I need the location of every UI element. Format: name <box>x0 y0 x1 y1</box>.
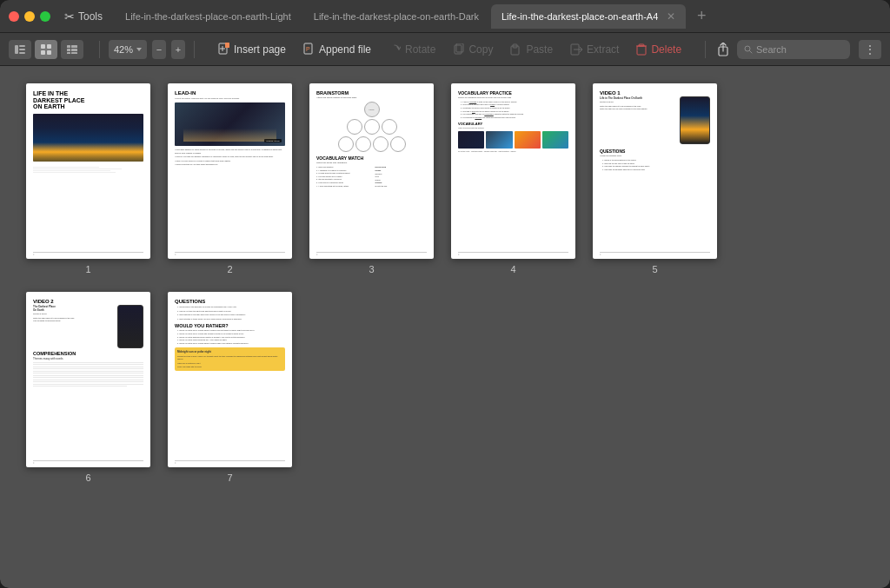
rotate-label: Rotate <box>405 43 435 56</box>
tab-light-label: Life-in-the-darkest-place-on-earth-Light <box>125 11 291 22</box>
insert-page-button[interactable]: Insert page <box>218 43 286 56</box>
titlebar: ✂ Tools Life-in-the-darkest-place-on-ear… <box>0 0 890 33</box>
p2-image: Svalbard, Norway <box>175 102 285 146</box>
page-row-1: LIFE IN THEDARKEST PLACEON EARTH © 1 <box>26 83 864 274</box>
page-number-7: 7 <box>227 472 232 483</box>
main-toolbar: 42% − + Insert page P Append file Rotate <box>0 33 890 66</box>
zoom-in-button[interactable]: + <box>171 40 185 59</box>
tab-dark[interactable]: Life-in-the-darkest-place-on-earth-Dark <box>303 4 489 29</box>
page-thumb-4[interactable]: VOCABULARY PRACTICE Replace the highligh… <box>451 83 575 259</box>
p7-q3: 3. What elements in the video were most … <box>175 314 285 317</box>
extract-button[interactable]: Extract <box>570 43 619 56</box>
delete-button[interactable]: Delete <box>636 43 681 56</box>
p5-phone-image <box>680 96 710 144</box>
p5-video-heading: VIDEO 1 <box>600 90 710 96</box>
page-thumb-7[interactable]: QUESTIONS 1. Would living in total darkn… <box>168 292 292 467</box>
more-options-button[interactable]: ⋮ <box>859 40 881 59</box>
zoom-percentage: 42% <box>114 44 133 55</box>
svg-rect-28 <box>639 44 644 46</box>
page-thumb-5[interactable]: VIDEO 1 Life in The Darkest Place On Ear… <box>593 83 717 259</box>
tools-menu[interactable]: ✂ Tools <box>64 10 103 23</box>
paste-label: Paste <box>526 43 553 56</box>
p6-footer: © <box>33 460 143 464</box>
search-placeholder-text: Search <box>756 44 787 55</box>
p5-questions-heading: QUESTIONS <box>600 149 710 154</box>
minimize-button[interactable] <box>24 11 35 22</box>
svg-rect-5 <box>47 44 51 49</box>
grid-view-button[interactable] <box>35 40 57 59</box>
p2-heading: LEAD-IN <box>175 90 285 96</box>
svg-rect-7 <box>47 50 51 55</box>
copy-button[interactable]: Copy <box>453 43 493 56</box>
tab-a4[interactable]: Life-in-the-darkest-place-on-earth-A4 ✕ <box>491 4 686 29</box>
tab-light[interactable]: Life-in-the-darkest-place-on-earth-Light <box>115 4 302 29</box>
p5-footer: © <box>600 252 710 255</box>
p7-wyr-heading: WOULD YOU RATHER? <box>175 323 285 328</box>
p2-questions: How night appears to cause stress for th… <box>175 149 285 167</box>
p1-footer: © <box>33 252 143 255</box>
new-tab-button[interactable]: + <box>691 6 712 27</box>
svg-rect-10 <box>67 49 70 51</box>
p5-q4: 4. How does the darkness affect life in … <box>600 168 710 172</box>
list-view-button[interactable] <box>61 40 83 59</box>
page-thumb-1[interactable]: LIFE IN THEDARKEST PLACEON EARTH © <box>26 83 150 259</box>
p4-vocab-sub: Match the words with the pictures <box>458 127 568 129</box>
page-thumb-3[interactable]: BRAINSTORM Attach the words related to t… <box>309 83 434 259</box>
p4-vocab-heading: VOCABULARY <box>458 122 568 126</box>
page-number-4: 4 <box>510 264 515 274</box>
append-file-button[interactable]: P Append file <box>303 43 371 56</box>
page-thumb-6[interactable]: VIDEO 2 The Darkest PlaceOn Earth Durati… <box>26 292 150 467</box>
p7-discussion-card: Midnight sun or polar night Discuss this… <box>175 347 285 371</box>
sidebar-toggle-button[interactable] <box>9 40 31 59</box>
view-controls <box>9 40 83 59</box>
svg-rect-9 <box>71 45 77 48</box>
svg-rect-3 <box>19 52 25 54</box>
p3-heading: BRAINSTORM <box>316 90 427 96</box>
page-number-3: 3 <box>369 264 374 274</box>
tools-label: Tools <box>78 10 103 23</box>
vocab-match-sub: Match the words and definitions <box>316 162 427 164</box>
p7-q4: 4. What activities or things would you e… <box>175 318 285 321</box>
p6-comprehension-heading: COMPREHENSION <box>33 351 143 356</box>
svg-rect-1 <box>19 45 25 47</box>
rotate-button[interactable]: Rotate <box>389 43 435 56</box>
p1-image <box>33 114 143 162</box>
fullscreen-button[interactable] <box>40 11 50 22</box>
share-button[interactable] <box>714 41 732 58</box>
page-item-2: LEAD-IN Look at the picture. Describe wh… <box>168 83 292 274</box>
separator-1 <box>99 41 100 58</box>
tab-dark-label: Life-in-the-darkest-place-on-earth-Dark <box>314 11 479 22</box>
separator-3 <box>705 41 706 58</box>
separator-2 <box>194 41 195 58</box>
p5-questions-intro: Answer the questions below <box>600 155 710 157</box>
svg-line-32 <box>750 50 753 53</box>
p1-title: LIFE IN THEDARKEST PLACEON EARTH <box>33 90 143 110</box>
close-button[interactable] <box>9 11 19 22</box>
zoom-out-button[interactable]: − <box>152 40 166 59</box>
zoom-level-display[interactable]: 42% <box>109 40 147 59</box>
page-number-2: 2 <box>227 264 232 274</box>
p4-image-grid <box>458 131 568 149</box>
vocab-columns: 1. Word and definition 2. A challenge (i… <box>316 166 427 188</box>
page-item-1: LIFE IN THEDARKEST PLACEON EARTH © 1 <box>26 83 150 274</box>
p2-subtext: Look at the picture. Describe what you s… <box>175 97 285 100</box>
page-item-6: VIDEO 2 The Darkest PlaceOn Earth Durati… <box>26 292 150 483</box>
svg-rect-17 <box>225 43 229 48</box>
paste-button[interactable]: Paste <box>510 43 553 56</box>
page-number-5: 5 <box>652 264 657 274</box>
svg-rect-2 <box>19 49 25 50</box>
vocab-match-heading: VOCABULARY MATCH <box>316 155 427 161</box>
p4-footer: © <box>458 252 568 255</box>
p7-footer: © <box>175 460 285 464</box>
delete-label: Delete <box>651 43 681 56</box>
search-box[interactable]: Search <box>737 40 850 59</box>
svg-text:P: P <box>306 46 310 52</box>
p6-video2-heading: VIDEO 2 <box>33 299 143 304</box>
tab-a4-label: Life-in-the-darkest-place-on-earth-A4 <box>501 11 658 22</box>
brainstorm-diagram: Ideas <box>316 102 427 152</box>
page-thumb-2[interactable]: LEAD-IN Look at the picture. Describe wh… <box>168 83 292 259</box>
p2-badge: Svalbard, Norway <box>264 139 282 142</box>
tab-a4-close-icon[interactable]: ✕ <box>667 10 675 23</box>
page-number-6: 6 <box>85 472 90 483</box>
p6-comprehension-text <box>33 362 143 387</box>
